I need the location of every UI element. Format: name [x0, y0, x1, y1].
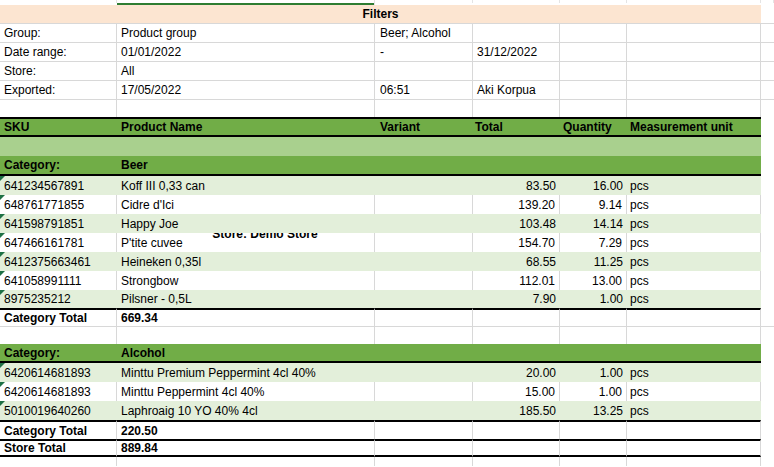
- unit-cell[interactable]: pcs: [627, 290, 761, 308]
- product-name-cell[interactable]: Minttu Peppermint 4cl 40%: [117, 382, 375, 401]
- product-name-cell[interactable]: Laphroaig 10 YO 40% 4cl: [117, 401, 375, 420]
- empty-cell[interactable]: [627, 344, 761, 363]
- variant-cell[interactable]: [375, 401, 473, 420]
- variant-cell[interactable]: [375, 176, 473, 195]
- unit-cell[interactable]: pcs: [627, 252, 761, 271]
- empty-cell[interactable]: [473, 439, 560, 457]
- empty-cell[interactable]: [627, 156, 761, 176]
- empty-cell[interactable]: [375, 420, 473, 439]
- sku-cell[interactable]: 8975235212: [0, 290, 117, 308]
- quantity-cell[interactable]: 11.25: [560, 252, 627, 271]
- empty-cell[interactable]: [627, 308, 761, 326]
- empty-cell[interactable]: [375, 156, 473, 176]
- empty-cell[interactable]: [375, 439, 473, 457]
- unit-cell[interactable]: pcs: [627, 233, 761, 252]
- empty-cell[interactable]: [0, 327, 117, 344]
- column-header-measurement-unit[interactable]: Measurement unit: [627, 117, 761, 137]
- empty-cell[interactable]: [560, 62, 627, 80]
- variant-cell[interactable]: [375, 252, 473, 271]
- empty-cell[interactable]: [560, 43, 627, 61]
- quantity-cell[interactable]: 1.00: [560, 363, 627, 382]
- quantity-cell[interactable]: 14.14: [560, 214, 627, 233]
- empty-cell[interactable]: [473, 308, 560, 326]
- category-total-label-cell[interactable]: Category Total: [0, 308, 117, 326]
- sku-cell[interactable]: 641058991111: [0, 271, 117, 290]
- total-cell[interactable]: 112.01: [473, 271, 560, 290]
- empty-cell[interactable]: [117, 457, 375, 466]
- empty-cell[interactable]: [560, 81, 627, 99]
- quantity-cell[interactable]: 7.29: [560, 233, 627, 252]
- empty-cell[interactable]: [560, 100, 627, 117]
- quantity-cell[interactable]: 13.25: [560, 401, 627, 420]
- empty-cell[interactable]: [375, 344, 473, 363]
- empty-cell[interactable]: [627, 420, 761, 439]
- total-cell[interactable]: 68.55: [473, 252, 560, 271]
- category-label-cell[interactable]: Category:: [0, 344, 117, 363]
- empty-cell[interactable]: [473, 457, 560, 466]
- sku-cell[interactable]: 647466161781: [0, 233, 117, 252]
- quantity-cell[interactable]: 16.00: [560, 176, 627, 195]
- unit-cell[interactable]: pcs: [627, 271, 761, 290]
- product-name-cell[interactable]: Heineken 0,35l: [117, 252, 375, 271]
- unit-cell[interactable]: pcs: [627, 363, 761, 382]
- empty-cell[interactable]: [560, 24, 627, 42]
- total-cell[interactable]: 83.50: [473, 176, 560, 195]
- variant-cell[interactable]: [375, 214, 473, 233]
- empty-cell[interactable]: [0, 457, 117, 466]
- empty-cell[interactable]: [560, 156, 627, 176]
- empty-cell[interactable]: [627, 327, 761, 344]
- category-total-value-cell[interactable]: 669.34: [117, 308, 375, 326]
- total-cell[interactable]: 139.20: [473, 195, 560, 214]
- empty-cell[interactable]: [560, 308, 627, 326]
- empty-cell[interactable]: [627, 439, 761, 457]
- total-cell[interactable]: 103.48: [473, 214, 560, 233]
- variant-cell[interactable]: [375, 271, 473, 290]
- column-header-quantity[interactable]: Quantity: [560, 117, 627, 137]
- quantity-cell[interactable]: 1.00: [560, 382, 627, 401]
- store-total-label-cell[interactable]: Store Total: [0, 439, 117, 457]
- variant-cell[interactable]: [375, 290, 473, 308]
- sku-cell[interactable]: 641234567891: [0, 176, 117, 195]
- empty-cell[interactable]: [627, 62, 761, 80]
- product-name-cell[interactable]: Koff III 0,33 can: [117, 176, 375, 195]
- empty-cell[interactable]: [473, 420, 560, 439]
- total-cell[interactable]: 20.00: [473, 363, 560, 382]
- empty-cell[interactable]: [560, 344, 627, 363]
- product-name-cell[interactable]: Minttu Premium Peppermint 4cl 40%: [117, 363, 375, 382]
- quantity-cell[interactable]: 1.00: [560, 290, 627, 308]
- unit-cell[interactable]: pcs: [627, 176, 761, 195]
- variant-cell[interactable]: [375, 382, 473, 401]
- empty-cell[interactable]: [560, 439, 627, 457]
- variant-cell[interactable]: [375, 233, 473, 252]
- sku-cell[interactable]: 5010019640260: [0, 401, 117, 420]
- empty-cell[interactable]: [117, 327, 375, 344]
- sku-cell[interactable]: 6420614681893: [0, 382, 117, 401]
- empty-cell[interactable]: [627, 457, 761, 466]
- empty-cell[interactable]: [473, 344, 560, 363]
- sku-cell[interactable]: 6420614681893: [0, 363, 117, 382]
- empty-cell[interactable]: [560, 457, 627, 466]
- sku-cell[interactable]: 6412375663461: [0, 252, 117, 271]
- variant-cell[interactable]: [375, 195, 473, 214]
- sku-cell[interactable]: 648761771855: [0, 195, 117, 214]
- sku-cell[interactable]: 641598791851: [0, 214, 117, 233]
- empty-cell[interactable]: [627, 100, 761, 117]
- empty-cell[interactable]: [627, 43, 761, 61]
- empty-cell[interactable]: [473, 156, 560, 176]
- product-name-cell[interactable]: P'tite cuvee: [117, 233, 375, 252]
- category-label-cell[interactable]: Category:: [0, 156, 117, 176]
- empty-cell[interactable]: [627, 24, 761, 42]
- product-name-cell[interactable]: Cidre d'Ici: [117, 195, 375, 214]
- empty-cell[interactable]: [375, 457, 473, 466]
- total-cell[interactable]: 7.90: [473, 290, 560, 308]
- unit-cell[interactable]: pcs: [627, 195, 761, 214]
- product-name-cell[interactable]: Strongbow: [117, 271, 375, 290]
- total-cell[interactable]: 154.70: [473, 233, 560, 252]
- product-name-cell[interactable]: Happy Joe: [117, 214, 375, 233]
- category-name-cell[interactable]: Alcohol: [117, 344, 375, 363]
- unit-cell[interactable]: pcs: [627, 214, 761, 233]
- product-name-cell[interactable]: Pilsner - 0,5L: [117, 290, 375, 308]
- category-name-cell[interactable]: Beer: [117, 156, 375, 176]
- empty-cell[interactable]: [473, 327, 560, 344]
- quantity-cell[interactable]: 13.00: [560, 271, 627, 290]
